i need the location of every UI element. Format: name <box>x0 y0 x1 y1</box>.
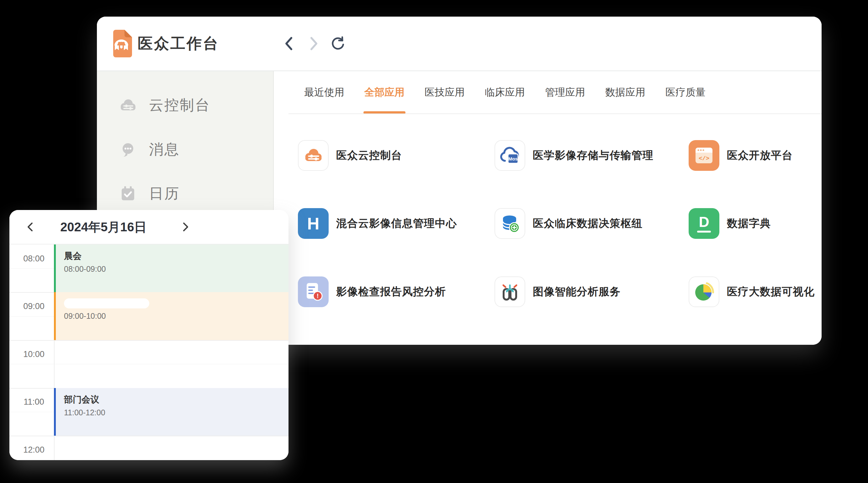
calendar-check-icon <box>119 185 137 203</box>
message-bubble-icon <box>119 140 137 159</box>
lungs-ai-icon <box>495 277 525 307</box>
time-label: 12:00 <box>9 445 54 455</box>
calendar-header: 2024年5月16日 <box>9 210 288 245</box>
open-platform-code-icon: </> <box>689 140 719 171</box>
app-hybrid-cloud-center[interactable]: H 混合云影像信息管理中心 <box>298 208 486 239</box>
svg-text:</>: </> <box>699 155 709 162</box>
event-time: 08:00-09:00 <box>64 264 288 273</box>
app-label: 医学影像存储与传输管理 <box>533 148 653 163</box>
app-label: 影像检查报告风控分析 <box>336 285 446 299</box>
tabs-divider <box>288 114 822 114</box>
app-image-ai-analysis[interactable]: 图像智能分析服务 <box>495 277 683 307</box>
back-button[interactable] <box>281 34 296 53</box>
time-label: 10:00 <box>9 350 54 359</box>
time-label: 11:00 <box>9 397 54 407</box>
d-underline <box>697 231 711 232</box>
screen: 医众工作台 <box>0 0 868 483</box>
chevron-left-icon <box>26 222 34 232</box>
time-label: 08:00 <box>9 254 54 264</box>
refresh-button[interactable] <box>330 34 345 53</box>
app-label: 医疗大数据可视化 <box>727 285 815 299</box>
calendar-event-department-meeting[interactable]: 部门会议 11:00-12:00 <box>54 388 288 436</box>
hour-line <box>9 436 288 436</box>
calendar-date-title: 2024年5月16日 <box>53 210 154 244</box>
tab-bar: 最近使用 全部应用 医技应用 临床应用 管理应用 数据应用 医疗质量 <box>304 71 706 114</box>
database-plus-icon <box>495 208 525 239</box>
tab-all-apps[interactable]: 全部应用 <box>364 71 405 114</box>
hour-line <box>9 340 288 341</box>
tab-medtech[interactable]: 医技应用 <box>424 71 465 114</box>
event-title: 部门会议 <box>64 394 288 405</box>
tab-clinical[interactable]: 临床应用 <box>484 71 526 114</box>
tab-management[interactable]: 管理应用 <box>545 71 586 114</box>
time-label: 09:00 <box>9 301 54 311</box>
sidebar-item-cloud-console[interactable]: 云控制台 <box>97 88 273 123</box>
calendar-next-button[interactable] <box>177 218 194 236</box>
event-title: 晨会 <box>64 251 288 261</box>
event-time: 11:00-12:00 <box>64 408 288 417</box>
dictionary-d-icon: D <box>689 208 719 239</box>
svg-text:Mos: Mos <box>508 156 518 161</box>
tab-data[interactable]: 数据应用 <box>604 71 646 114</box>
half-hour-line <box>9 364 288 364</box>
tab-recent[interactable]: 最近使用 <box>304 71 345 114</box>
forward-button[interactable] <box>306 34 321 53</box>
back-icon <box>283 35 294 52</box>
pie-chart-icon <box>689 277 719 307</box>
app-report-risk-analysis[interactable]: ! 影像检查报告风控分析 <box>298 277 486 307</box>
svg-text:!: ! <box>317 292 319 299</box>
app-bigdata-visualization[interactable]: 医疗大数据可视化 <box>689 277 822 307</box>
event-title-redacted-pill <box>64 298 149 309</box>
calendar-panel: 2024年5月16日 08:00 09:00 10:00 11:00 12: <box>9 210 288 460</box>
app-logo-icon <box>111 29 132 58</box>
tab-quality[interactable]: 医疗质量 <box>665 71 706 114</box>
window-header: 医众工作台 <box>97 17 822 71</box>
sidebar-item-label: 云控制台 <box>149 96 210 115</box>
app-cloud-console[interactable]: 医众云控制台 <box>298 140 486 171</box>
forward-icon <box>308 35 319 52</box>
app-pacs[interactable]: Mos 医学影像存储与传输管理 <box>495 140 683 171</box>
app-label: 数据字典 <box>727 216 771 231</box>
sidebar-item-calendar[interactable]: 日历 <box>97 176 273 211</box>
app-data-dictionary[interactable]: D 数据字典 <box>689 208 822 239</box>
chevron-right-icon <box>182 222 190 232</box>
hybrid-cloud-h-icon: H <box>298 208 329 239</box>
app-clinical-data-hub[interactable]: 医众临床数据决策枢纽 <box>495 208 683 239</box>
app-label: 图像智能分析服务 <box>533 285 621 299</box>
sidebar-item-messages[interactable]: 消息 <box>97 132 273 167</box>
cloud-mos-icon: Mos <box>495 140 525 171</box>
content-area: 最近使用 全部应用 医技应用 临床应用 管理应用 数据应用 医疗质量 <box>274 71 822 345</box>
calendar-prev-button[interactable] <box>21 218 39 236</box>
cloud-settings-icon <box>298 140 329 171</box>
app-label: 医众临床数据决策枢纽 <box>533 216 643 231</box>
sidebar-item-label: 消息 <box>149 140 180 159</box>
calendar-event-morning-meeting[interactable]: 晨会 08:00-09:00 <box>54 245 288 292</box>
event-time: 09:00-10:00 <box>64 311 288 321</box>
app-open-platform[interactable]: </> 医众开放平台 <box>689 140 822 171</box>
app-label: 医众开放平台 <box>727 148 793 163</box>
cloud-console-icon <box>119 96 137 115</box>
app-label: 医众云控制台 <box>336 148 402 163</box>
app-label: 混合云影像信息管理中心 <box>336 216 457 231</box>
sidebar-item-label: 日历 <box>149 184 180 203</box>
refresh-icon <box>330 36 345 51</box>
calendar-event-redacted[interactable]: 09:00-10:00 <box>54 292 288 340</box>
app-title: 医众工作台 <box>138 32 219 56</box>
calendar-body: 08:00 09:00 10:00 11:00 12:00 晨会 08:00-0… <box>9 245 288 460</box>
report-alert-icon: ! <box>298 277 329 307</box>
